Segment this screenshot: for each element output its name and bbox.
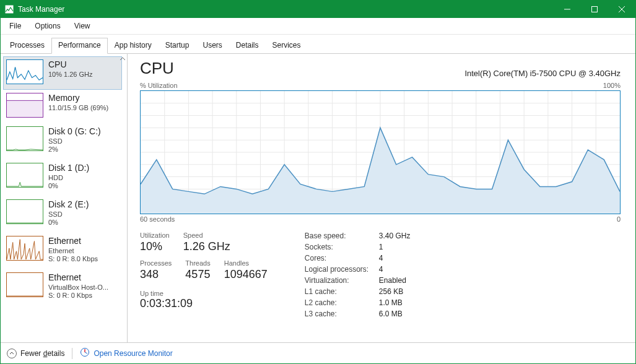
- sidebar-disk0-title: Disk 0 (G: C:): [48, 126, 101, 137]
- uptime-value: 0:03:31:09: [140, 297, 268, 310]
- threads-value: 4575: [185, 268, 210, 281]
- menubar: File Options View: [1, 18, 635, 35]
- sidebar-item-memory[interactable]: Memory 11.0/15.9 GB (69%): [3, 90, 122, 123]
- sidebar-item-ethernet[interactable]: Ethernet Ethernet S: 0 R: 8.0 Kbps: [3, 233, 122, 269]
- tab-details[interactable]: Details: [229, 38, 266, 54]
- uptime-label: Up time: [140, 290, 268, 297]
- threads-label: Threads: [185, 259, 210, 267]
- resource-monitor-label: Open Resource Monitor: [94, 349, 172, 358]
- sidebar-item-disk1[interactable]: Disk 1 (D:) HDD 0%: [3, 160, 122, 196]
- main-panel: CPU Intel(R) Core(TM) i5-7500 CPU @ 3.40…: [128, 54, 635, 342]
- footer: Fewer details Open Resource Monitor: [1, 342, 635, 363]
- disk1-thumb-icon: [6, 163, 43, 188]
- minimize-button[interactable]: [554, 1, 581, 18]
- stats-area: Utilization 10% Speed 1.26 GHz Processes…: [140, 232, 621, 318]
- spec-value: 1.0 MB: [379, 298, 435, 307]
- content-area: CPU 10% 1.26 GHz Memory 11.0/15.9 GB (69…: [1, 54, 635, 342]
- main-header: CPU Intel(R) Core(TM) i5-7500 CPU @ 3.40…: [140, 59, 621, 78]
- app-icon: [4, 4, 14, 14]
- cpu-thumb-icon: [6, 59, 43, 84]
- spec-label: Virtualization:: [305, 276, 379, 285]
- sidebar-eth2-title: Ethernet: [48, 272, 108, 284]
- menu-view[interactable]: View: [72, 20, 93, 32]
- menu-options[interactable]: Options: [32, 20, 63, 32]
- chevron-up-icon[interactable]: [120, 55, 126, 61]
- chart-bottom-right-label: 0: [617, 215, 621, 223]
- svg-rect-5: [7, 100, 43, 117]
- window-controls: [554, 1, 635, 18]
- sidebar-item-disk2[interactable]: Disk 2 (E:) SSD 0%: [3, 196, 122, 233]
- memory-thumb-icon: [6, 93, 43, 118]
- spec-value: 1: [379, 243, 435, 251]
- sidebar-eth-title: Ethernet: [48, 236, 98, 247]
- fewer-details-label: Fewer details: [20, 349, 64, 358]
- spec-label: Cores:: [305, 254, 379, 262]
- chart-bottom-left-label: 60 seconds: [140, 215, 175, 223]
- spec-label: L3 cache:: [305, 310, 379, 318]
- sidebar-item-ethernet-vbox[interactable]: Ethernet VirtualBox Host-O... S: 0 R: 0 …: [3, 269, 122, 306]
- ethernet-thumb-icon: [6, 236, 43, 261]
- sidebar-item-disk0[interactable]: Disk 0 (G: C:) SSD 2%: [3, 123, 122, 160]
- sidebar-disk1-sub2: 0%: [48, 182, 89, 191]
- spec-value: 6.0 MB: [379, 310, 435, 318]
- fewer-details-button[interactable]: Fewer details: [7, 349, 64, 358]
- open-resource-monitor-link[interactable]: Open Resource Monitor: [80, 347, 172, 359]
- spec-value: 256 KB: [379, 287, 435, 296]
- performance-sidebar: CPU 10% 1.26 GHz Memory 11.0/15.9 GB (69…: [1, 54, 128, 342]
- spec-value: Enabled: [379, 276, 435, 285]
- resource-monitor-icon: [80, 347, 90, 359]
- sidebar-eth-sub2: S: 0 R: 8.0 Kbps: [48, 255, 98, 264]
- sidebar-cpu-sub: 10% 1.26 GHz: [48, 71, 93, 79]
- spec-label: L2 cache:: [305, 298, 379, 307]
- tab-performance[interactable]: Performance: [51, 38, 108, 54]
- sidebar-item-cpu[interactable]: CPU 10% 1.26 GHz: [3, 56, 122, 90]
- page-title: CPU: [140, 59, 174, 78]
- chart-bottom-labels: 60 seconds 0: [140, 215, 621, 223]
- titlebar-left: Task Manager: [1, 4, 64, 14]
- sidebar-memory-title: Memory: [48, 93, 108, 104]
- spec-label: Base speed:: [305, 232, 379, 240]
- footer-divider: [72, 348, 72, 359]
- ethernet-vbox-thumb-icon: [6, 272, 43, 297]
- processes-value: 348: [140, 268, 172, 281]
- sidebar-eth2-sub2: S: 0 R: 0 Kbps: [48, 292, 108, 300]
- menu-file[interactable]: File: [7, 20, 24, 32]
- spec-value: 3.40 GHz: [379, 232, 435, 240]
- sidebar-disk1-title: Disk 1 (D:): [48, 163, 89, 174]
- speed-label: Speed: [183, 232, 230, 239]
- stats-left: Utilization 10% Speed 1.26 GHz Processes…: [140, 232, 268, 310]
- spec-grid: Base speed:3.40 GHz Sockets:1 Cores:4 Lo…: [305, 232, 435, 318]
- sidebar-disk2-title: Disk 2 (E:): [48, 199, 89, 210]
- chart-top-left-label: % Utilization: [140, 82, 178, 89]
- sidebar-eth2-sub: VirtualBox Host-O...: [48, 284, 108, 292]
- tab-strip: Processes Performance App history Startu…: [1, 35, 635, 54]
- cpu-utilization-chart[interactable]: [140, 90, 621, 214]
- chart-top-right-label: 100%: [603, 82, 621, 89]
- spec-value: 4: [379, 265, 435, 274]
- sidebar-eth-sub: Ethernet: [48, 247, 98, 256]
- spec-label: Sockets:: [305, 243, 379, 251]
- sidebar-disk2-sub: SSD: [48, 210, 89, 219]
- tab-app-history[interactable]: App history: [108, 38, 159, 54]
- close-button[interactable]: [608, 1, 635, 18]
- spec-value: 4: [379, 254, 435, 262]
- tab-processes[interactable]: Processes: [3, 38, 51, 54]
- svg-rect-2: [592, 7, 598, 12]
- spec-label: L1 cache:: [305, 287, 379, 296]
- maximize-button[interactable]: [581, 1, 608, 18]
- sidebar-disk0-sub2: 2%: [48, 145, 101, 154]
- svg-line-40: [85, 352, 87, 353]
- tab-services[interactable]: Services: [266, 38, 308, 54]
- speed-value: 1.26 GHz: [183, 240, 230, 253]
- tab-startup[interactable]: Startup: [159, 38, 196, 54]
- titlebar[interactable]: Task Manager: [1, 1, 635, 18]
- window-title: Task Manager: [18, 5, 64, 14]
- sidebar-disk0-sub: SSD: [48, 137, 101, 146]
- processes-label: Processes: [140, 259, 172, 267]
- sidebar-memory-sub: 11.0/15.9 GB (69%): [48, 104, 108, 113]
- sidebar-cpu-title: CPU: [48, 59, 93, 71]
- chevron-up-circle-icon: [7, 349, 17, 358]
- tab-users[interactable]: Users: [196, 38, 229, 54]
- sidebar-disk1-sub: HDD: [48, 174, 89, 183]
- handles-value: 1094667: [224, 268, 268, 281]
